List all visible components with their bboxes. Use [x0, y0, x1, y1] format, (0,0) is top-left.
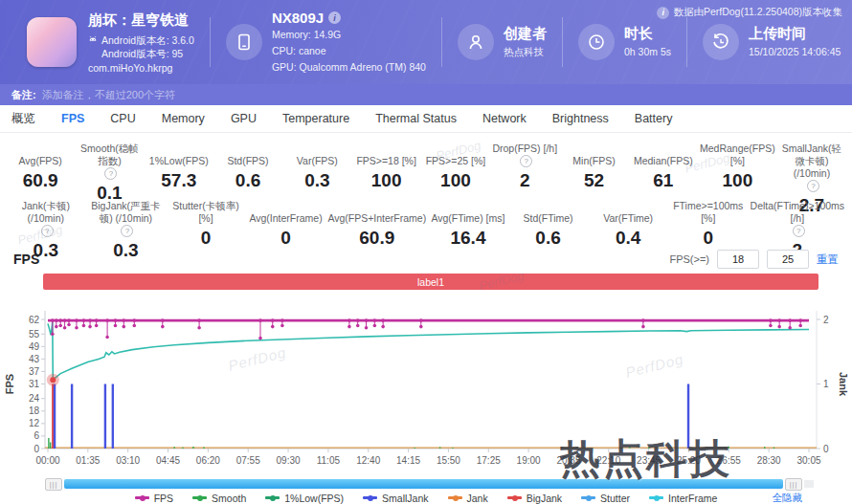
row2-metric-7: Var(FTime)0.4 — [588, 200, 668, 249]
scrollbar-thumb[interactable] — [64, 479, 783, 489]
legend-label: SmallJank — [382, 493, 428, 504]
metric-value: 0.3 — [284, 170, 349, 191]
metric-value: 0.4 — [590, 228, 666, 249]
help-icon[interactable]: ? — [121, 225, 133, 237]
header-divider — [441, 17, 442, 67]
legend-marker — [135, 496, 149, 499]
metric-label: Median(FPS) — [631, 142, 696, 167]
tab-4-GPU[interactable]: GPU — [231, 112, 257, 125]
metric-label: Min(FPS) — [561, 142, 626, 167]
metric-label: Var(FTime) — [590, 200, 666, 225]
fps-chart[interactable]: 6255494337312418126021000:0001:3503:1004… — [0, 290, 852, 477]
help-icon[interactable]: ? — [807, 180, 819, 192]
legend-item-Jank[interactable]: Jank — [448, 493, 488, 504]
row2-metric-8: FTime>=100ms [%]0 — [668, 200, 749, 249]
upload-label: 上传时间 — [749, 25, 841, 43]
note-placeholder: 添加备注，不超过200个字符 — [42, 88, 175, 102]
help-icon[interactable]: ? — [520, 155, 532, 167]
info-icon: i — [657, 7, 669, 19]
tab-5-Temperature[interactable]: Temperature — [282, 112, 349, 125]
metric-label: Avg(FPS+InterFrame) — [327, 200, 426, 225]
svg-text:6: 6 — [34, 430, 39, 441]
metric-value: 16.4 — [430, 228, 506, 249]
legend-label: InterFrame — [668, 493, 717, 504]
legend-item-BigJank[interactable]: BigJank — [507, 493, 562, 504]
row1-metric-3: Std(FPS)0.6 — [213, 142, 282, 191]
device-group: NX809J i Memory: 14.9G CPU: canoe GPU: Q… — [226, 10, 426, 75]
note-bar[interactable]: 备注: 添加备注，不超过200个字符 — [0, 84, 852, 105]
svg-text:0: 0 — [823, 444, 829, 454]
metric-value: 2 — [492, 170, 557, 191]
reset-button[interactable]: 重置 — [817, 252, 839, 267]
device-model: NX809J — [272, 10, 324, 26]
help-icon[interactable]: ? — [793, 225, 805, 237]
row1-metric-8: Min(FPS)52 — [559, 142, 628, 191]
clock-icon — [578, 24, 615, 60]
svg-text:2: 2 — [823, 315, 829, 325]
game-title: 崩坏：星穹铁道 — [88, 11, 194, 30]
legend-item-Smooth[interactable]: Smooth — [192, 493, 246, 504]
device-cpu: CPU: canoe — [272, 44, 426, 58]
tab-7-Network[interactable]: Network — [482, 112, 527, 125]
legend-item-FPS[interactable]: FPS — [135, 493, 173, 504]
legend-label: Stutter — [600, 493, 630, 504]
metric-value: 100 — [700, 170, 775, 191]
legend-marker — [448, 496, 462, 499]
duration-group: 时长 0h 30m 5s — [578, 24, 671, 60]
fps-threshold-input-2[interactable] — [767, 250, 809, 269]
metric-value: 0 — [168, 228, 244, 249]
device-info-icon[interactable]: i — [328, 11, 341, 24]
row1-metric-5: FPS>=18 [%]100 — [351, 142, 420, 191]
metric-label: Std(FPS) — [215, 142, 280, 167]
metrics-row-1: Avg(FPS)60.9Smooth(稳帧指数)?0.11%Low(FPS)57… — [0, 133, 852, 190]
help-icon[interactable]: ? — [41, 225, 54, 237]
metric-value: 0.3 — [88, 240, 165, 261]
tab-6-Thermal Status[interactable]: Thermal Status — [375, 112, 457, 125]
metric-label: Stutter(卡顿率) [%] — [168, 200, 244, 225]
svg-text:22:10: 22:10 — [596, 455, 620, 466]
fps-threshold-input-1[interactable] — [717, 250, 759, 269]
metric-label: MedRange(FPS)[%] — [700, 142, 775, 167]
legend-item-SmallJank[interactable]: SmallJank — [363, 493, 428, 504]
collect-info: i 数据由PerfDog(11.2.250408)版本收集 — [657, 6, 842, 19]
row1-metric-7: Drop(FPS) [/h]?2 — [490, 142, 559, 191]
legend-marker — [265, 496, 280, 499]
svg-text:12: 12 — [29, 418, 40, 428]
tab-8-Brightness[interactable]: Brightness — [552, 112, 609, 125]
tab-3-Memory[interactable]: Memory — [162, 112, 205, 125]
legend-item-1%Low(FPS)[interactable]: 1%Low(FPS) — [265, 493, 344, 504]
game-app-icon — [27, 17, 77, 67]
svg-text:06:20: 06:20 — [196, 455, 220, 466]
svg-text:30:05: 30:05 — [796, 455, 820, 466]
metric-value: 52 — [561, 170, 626, 191]
tab-9-Battery[interactable]: Battery — [635, 112, 673, 125]
label-band[interactable]: label1 — [43, 274, 818, 290]
help-icon[interactable]: ? — [104, 167, 117, 180]
legend-marker — [581, 496, 595, 499]
row1-metric-6: FPS>=25 [%]100 — [421, 142, 490, 191]
fps-threshold-label: FPS(>=) — [669, 253, 709, 265]
row1-metric-10: MedRange(FPS)[%]100 — [698, 142, 777, 191]
svg-text:43: 43 — [29, 354, 40, 364]
svg-text:23:45: 23:45 — [637, 455, 661, 466]
scrollbar-right-handle[interactable]: ||| — [785, 478, 802, 491]
legend-item-Stutter[interactable]: Stutter — [581, 493, 630, 504]
tab-1-FPS[interactable]: FPS — [61, 112, 84, 125]
metric-label: SmallJank(轻微卡顿) (/10min)? — [779, 142, 844, 192]
row2-metric-3: Avg(InterFrame)0 — [246, 200, 326, 249]
metric-value: 60.9 — [8, 170, 73, 191]
label-band-text: label1 — [417, 276, 444, 288]
metric-label: BigJank(严重卡顿) (/10min)? — [88, 200, 165, 237]
android-icon — [88, 35, 98, 45]
tab-0-概览[interactable]: 概览 — [11, 111, 35, 127]
chart-scrollbar[interactable]: ||| ||| — [0, 477, 852, 491]
metric-label: Smooth(稳帧指数)? — [77, 142, 142, 180]
android-version-code: Android版本号: 95 — [101, 47, 194, 60]
creator-value: 热点科技 — [504, 45, 547, 59]
device-memory: Memory: 14.9G — [272, 28, 426, 42]
tab-2-CPU[interactable]: CPU — [110, 112, 135, 125]
legend-item-InterFrame[interactable]: InterFrame — [649, 493, 717, 504]
hide-all-link[interactable]: 全隐藏 — [773, 492, 803, 504]
metric-label: Jank(卡顿) (/10min)? — [8, 200, 84, 237]
scrollbar-left-handle[interactable]: ||| — [45, 478, 62, 491]
